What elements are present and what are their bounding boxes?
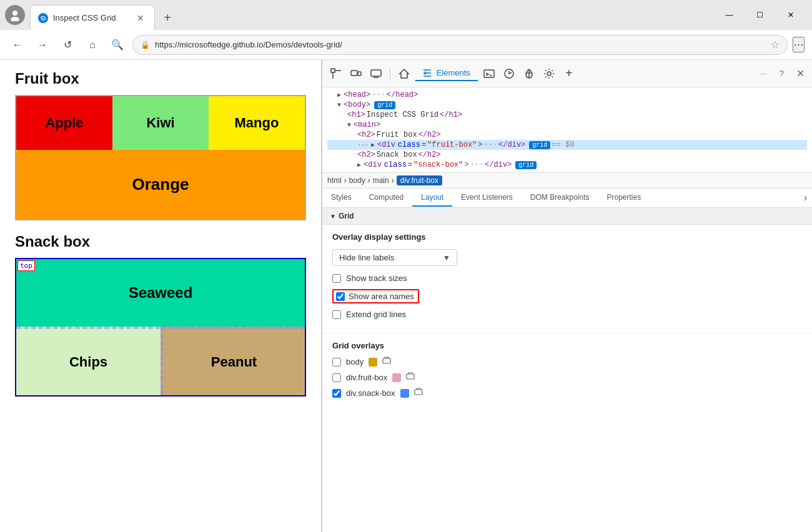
devtools-more-button[interactable]: ··· [755,69,772,78]
extend-grid-lines-row: Extend grid lines [332,310,802,319]
svg-point-15 [547,72,551,76]
tab-computed[interactable]: Computed [360,189,412,207]
snack-box-grid: Seaweed Chips Peanut [16,259,305,395]
refresh-button[interactable]: ↺ [57,35,77,55]
search-button[interactable]: 🔍 [107,35,127,55]
grid-overlays-title: Grid overlays [332,341,802,350]
add-panel-icon[interactable]: + [560,65,578,82]
overlay-fruit-box: div.fruit-box [332,372,802,383]
more-button[interactable]: ··· [793,37,805,52]
help-button[interactable]: ? [775,69,789,78]
grid-section-title: Grid [339,212,354,220]
show-track-sizes-row: Show track sizes [332,273,802,283]
dom-line-h2-snack[interactable]: <h2> Snack box </h2> [327,150,807,160]
dom-line-fruit-box[interactable]: ··· ▶ <div class="fruit-box" > ··· </div… [327,140,807,150]
overlay-fruit-box-color [392,373,401,382]
console-icon[interactable] [480,65,498,82]
elements-tab[interactable]: Elements [415,66,478,82]
mango-cell: Mango [209,96,305,150]
overlay-body-screenshot-icon[interactable] [382,357,391,367]
line-labels-dropdown-row: Hide line labels ▼ [332,249,802,266]
dropdown-value: Hide line labels [339,253,394,262]
favorites-icon[interactable]: ☆ [771,39,780,51]
devtools-panel: Elements + ··· ? ✕ ▶ <head> [322,60,812,532]
devtools-close-button[interactable]: ✕ [794,67,807,79]
title-bar: Inspect CSS Grid ✕ + — ☐ ✕ [0,0,812,30]
profile-icon[interactable] [5,5,25,25]
breadcrumb-main[interactable]: main [373,176,389,185]
show-area-names-checkbox[interactable] [336,292,345,301]
panel-tabs-chevron[interactable]: › [799,189,812,207]
active-tab[interactable]: Inspect CSS Grid ✕ [30,5,155,30]
breadcrumb: html › body › main › div.fruit-box [322,173,812,189]
lock-icon: 🔒 [141,41,150,49]
main-area: Fruit box Apple Kiwi Mango Orange Snack … [0,60,812,532]
fruit-box-grid-badge: grid [529,141,550,149]
breadcrumb-active[interactable]: div.fruit-box [397,175,442,185]
svg-rect-17 [407,374,414,379]
dom-line-snack-box[interactable]: ▶ <div class="snack-box" > ··· </div> gr… [327,160,807,170]
dom-line-h2-fruit[interactable]: <h2> Fruit box </h2> [327,130,807,140]
fruit-box-title: Fruit box [15,70,306,87]
grid-section-arrow: ▼ [330,213,336,220]
overlay-fruit-box-checkbox[interactable] [332,373,341,382]
dom-line-h1[interactable]: <h1> Inspect CSS Grid </h1> [327,110,807,120]
overlay-fruit-box-screenshot-icon[interactable] [406,372,415,383]
address-bar[interactable]: 🔒 https://microsoftedge.github.io/Demos/… [132,35,788,55]
overlay-body-checkbox[interactable] [332,358,341,367]
performance-icon[interactable] [500,65,518,82]
svg-point-0 [12,11,17,16]
dom-line-main[interactable]: ▼ <main> [327,120,807,130]
device-toggle-icon[interactable] [347,65,365,82]
svg-rect-7 [358,72,361,76]
inspect-element-icon[interactable] [327,65,345,82]
dom-line-body[interactable]: ▼ <body> grid [327,100,807,110]
tab-event-listeners[interactable]: Event Listeners [452,189,522,207]
apple-cell: Apple [16,96,112,150]
new-tab-button[interactable]: + [157,7,177,27]
fruit-box-grid: Apple Kiwi Mango Orange [15,95,306,220]
maximize-button[interactable]: ☐ [746,5,774,25]
minimize-button[interactable]: — [715,5,743,25]
show-track-sizes-label: Show track sizes [346,273,407,283]
chips-cell: Chips [16,327,161,395]
breadcrumb-body[interactable]: body [349,176,365,185]
overlay-snack-box-checkbox[interactable] [332,389,341,398]
dom-tree: ▶ <head> ··· </head> ▼ <body> grid <h1> … [322,87,812,173]
dropdown-arrow-icon: ▼ [443,254,450,262]
network-icon[interactable] [520,65,538,82]
svg-rect-6 [351,71,357,76]
dom-line-head[interactable]: ▶ <head> ··· </head> [327,90,807,100]
devtools-toolbar: Elements + ··· ? ✕ [322,60,812,87]
extend-grid-lines-checkbox[interactable] [332,310,341,319]
svg-rect-8 [371,70,381,76]
close-button[interactable]: ✕ [776,5,805,25]
snack-box-title: Snack box [15,233,306,250]
overlay-snack-box-label: div.snack-box [346,388,395,398]
page-content: Fruit box Apple Kiwi Mango Orange Snack … [0,60,322,532]
navigation-bar: ← → ↺ ⌂ 🔍 🔒 https://microsoftedge.github… [0,30,812,60]
screencast-icon[interactable] [367,65,385,82]
url-text: https://microsoftedge.github.io/Demos/de… [155,40,766,49]
home-button[interactable]: ⌂ [82,35,102,55]
grid-section-header[interactable]: ▼ Grid [322,208,812,225]
browser-chrome: Inspect CSS Grid ✕ + — ☐ ✕ ← → ↺ ⌂ 🔍 🔒 h… [0,0,812,60]
tab-layout[interactable]: Layout [412,189,452,207]
tab-properties[interactable]: Properties [598,189,650,207]
panel-tabs: Styles Computed Layout Event Listeners D… [322,189,812,208]
back-button[interactable]: ← [7,35,27,55]
overlay-snack-box-color [400,389,409,398]
peanut-cell: Peanut [161,327,305,395]
home-devtools-icon[interactable] [395,65,413,82]
overlay-snack-box-screenshot-icon[interactable] [414,388,423,398]
line-labels-dropdown[interactable]: Hide line labels ▼ [332,249,457,266]
tab-close-button[interactable]: ✕ [134,12,147,24]
show-track-sizes-checkbox[interactable] [332,274,341,283]
body-grid-badge: grid [374,101,395,109]
tab-dom-breakpoints[interactable]: DOM Breakpoints [522,189,598,207]
breadcrumb-html[interactable]: html [327,176,342,185]
forward-button[interactable]: → [32,35,52,55]
tab-styles[interactable]: Styles [322,189,360,207]
svg-rect-16 [383,358,390,363]
settings-icon[interactable] [540,65,558,82]
